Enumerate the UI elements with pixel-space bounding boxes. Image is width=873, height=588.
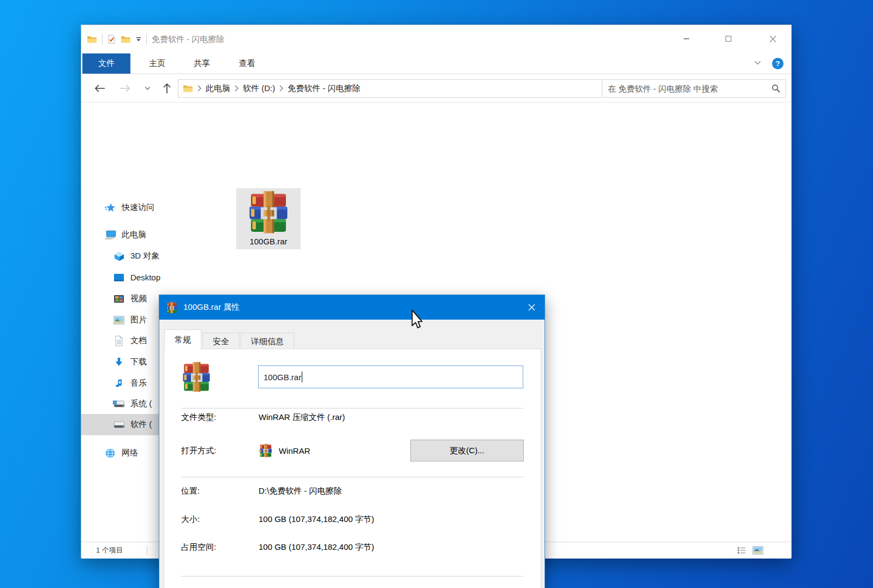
tab-details[interactable]: 详细信息 [241, 333, 294, 350]
close-button[interactable] [760, 25, 785, 52]
opens-with-label: 打开方式: [181, 446, 259, 456]
thumbnail-view-icon [752, 546, 763, 555]
properties-check-icon[interactable] [107, 34, 116, 44]
sidebar-item-label: Desktop [130, 273, 160, 282]
tab-security[interactable]: 安全 [202, 333, 240, 350]
tab-general[interactable]: 常规 [164, 329, 201, 350]
search-icon[interactable] [766, 84, 786, 93]
dialog-tabs: 常规 安全 详细信息 [164, 329, 295, 350]
close-icon [528, 304, 535, 311]
sidebar-item-label: 软件 ( [130, 419, 152, 430]
breadcrumb-this-pc[interactable]: 此电脑 [206, 83, 230, 94]
address-row: 此电脑 软件 (D:) 免费软件 - 闪电擦除 [81, 74, 791, 103]
file-name-label: 100GB.rar [249, 237, 287, 246]
sidebar-item-3d-objects[interactable]: 3D 对象 [81, 245, 232, 267]
separator [181, 408, 524, 409]
winrar-icon [259, 443, 273, 458]
folder-icon [87, 35, 97, 44]
dialog-titlebar: 100GB.rar 属性 [159, 295, 545, 320]
up-button[interactable] [158, 74, 176, 103]
address-bar[interactable]: 此电脑 软件 (D:) 免费软件 - 闪电擦除 [178, 79, 673, 98]
help-button[interactable]: ? [772, 58, 784, 69]
sidebar-item-this-pc[interactable]: 此电脑 [81, 224, 232, 245]
sidebar-item-label: 图片 [130, 315, 147, 325]
opens-with-value: WinRAR [279, 446, 310, 455]
location-value: D:\免费软件 - 闪电擦除 [259, 486, 342, 496]
size-on-disk-label: 占用空间: [181, 542, 259, 553]
general-tab-page: 100GB.rar 文件类型: WinRAR 压缩文件 (.rar) 打开方式:… [164, 349, 541, 588]
size-label: 大小: [181, 514, 259, 525]
winrar-icon [246, 190, 291, 235]
properties-dialog: 100GB.rar 属性 常规 安全 详细信息 100GB.rar 文件类型: … [159, 295, 545, 588]
search-input[interactable] [602, 84, 766, 93]
forward-icon [119, 85, 130, 92]
system-drive-icon [113, 399, 125, 410]
folder-icon[interactable] [121, 35, 131, 44]
change-button[interactable]: 更改(C)... [410, 440, 524, 461]
pictures-icon [113, 315, 125, 326]
status-divider [147, 546, 147, 555]
desktop-icon [113, 272, 125, 283]
minimize-button[interactable] [674, 25, 699, 52]
details-view-button[interactable] [735, 544, 748, 556]
qat-divider [102, 34, 103, 45]
size-on-disk-value: 100 GB (107,374,182,400 字节) [259, 542, 374, 553]
sidebar-item-label: 网络 [122, 448, 138, 458]
search-box [602, 79, 786, 98]
close-icon [769, 35, 776, 43]
minimize-icon [683, 35, 690, 42]
music-icon [113, 378, 125, 389]
separator [181, 477, 524, 477]
ribbon-collapse-chevron-icon[interactable] [754, 61, 761, 65]
file-type-value: WinRAR 压缩文件 (.rar) [259, 412, 345, 423]
qat-divider [146, 34, 147, 45]
tab-home[interactable]: 主页 [137, 53, 177, 74]
breadcrumb-chevron-icon [235, 85, 238, 92]
this-pc-icon [104, 230, 116, 241]
tab-file[interactable]: 文件 [82, 53, 130, 74]
back-icon [94, 85, 105, 92]
winrar-icon [181, 361, 212, 393]
dialog-title: 100GB.rar 属性 [183, 302, 240, 313]
dialog-close-button[interactable] [518, 295, 545, 320]
breadcrumb-current-folder[interactable]: 免费软件 - 闪电擦除 [288, 83, 360, 94]
window-title: 免费软件 - 闪电擦除 [152, 34, 224, 45]
3d-objects-icon [113, 251, 125, 262]
sidebar-item-label: 此电脑 [122, 230, 146, 240]
back-button[interactable] [90, 74, 110, 103]
tab-view[interactable]: 查看 [227, 53, 267, 74]
winrar-icon [166, 302, 178, 314]
filename-value: 100GB.rar [264, 373, 301, 382]
quick-access-star-icon [104, 202, 116, 213]
sidebar-item-label: 视频 [130, 293, 147, 304]
maximize-button[interactable] [716, 25, 741, 52]
recent-locations-button[interactable] [140, 74, 154, 103]
separator [181, 576, 524, 577]
text-caret [302, 371, 302, 382]
ribbon-tab-row: 文件 主页 共享 查看 ? [81, 53, 791, 74]
sidebar-item-label: 3D 对象 [130, 251, 159, 261]
documents-icon [113, 335, 125, 346]
sidebar-item-label: 快速访问 [122, 202, 154, 213]
sidebar-item-label: 系统 ( [130, 399, 152, 409]
videos-icon [113, 293, 125, 304]
details-view-icon [737, 547, 746, 554]
size-on-disk-row: 占用空间: 100 GB (107,374,182,400 字节) [181, 541, 524, 553]
help-icon: ? [776, 59, 780, 68]
sidebar-item-desktop[interactable]: Desktop [81, 267, 232, 288]
forward-button[interactable] [115, 74, 135, 103]
qat-customize-chevron-icon[interactable] [136, 37, 141, 42]
sidebar-item-quick-access[interactable]: 快速访问 [81, 197, 232, 218]
file-item-100gb-rar[interactable]: 100GB.rar [236, 188, 301, 249]
sidebar-item-label: 文档 [130, 335, 147, 346]
size-row: 大小: 100 GB (107,374,182,400 字节) [181, 513, 524, 525]
downloads-icon [113, 357, 125, 368]
breadcrumb-chevron-icon [279, 85, 283, 92]
file-type-row: 文件类型: WinRAR 压缩文件 (.rar) [181, 411, 524, 423]
filename-input[interactable]: 100GB.rar [258, 365, 523, 388]
network-icon [104, 448, 116, 459]
breadcrumb-drive-d[interactable]: 软件 (D:) [243, 83, 275, 94]
file-type-label: 文件类型: [181, 412, 259, 423]
thumbnail-view-button[interactable] [751, 544, 764, 556]
tab-share[interactable]: 共享 [182, 53, 222, 74]
